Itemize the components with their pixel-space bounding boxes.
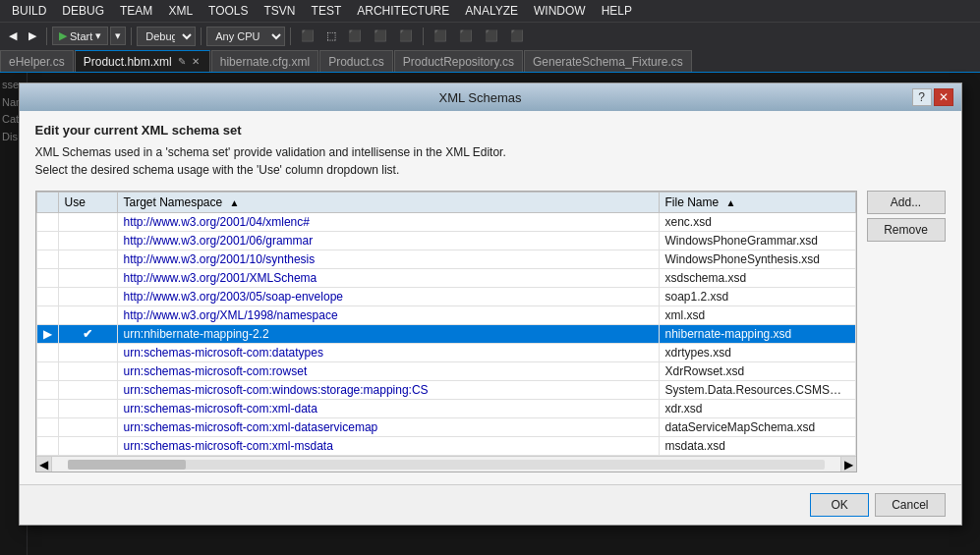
row-use-cell[interactable] [58, 232, 117, 250]
row-use-cell[interactable]: ✔ [58, 325, 117, 344]
table-row[interactable]: urn:schemas-microsoft-com:rowsetXdrRowse… [36, 362, 855, 381]
dialog-overlay: XML Schemas ? ✕ Edit your current XML sc… [0, 73, 980, 555]
row-use-cell[interactable] [58, 418, 117, 437]
menu-debug[interactable]: DEBUG [54, 2, 112, 20]
row-use-cell[interactable] [58, 213, 117, 232]
sort-arrow-filename: ▲ [726, 197, 736, 208]
hscroll-track[interactable] [68, 460, 825, 470]
start-button[interactable]: ▶ Start ▾ [52, 27, 108, 45]
table-row[interactable]: urn:schemas-microsoft-com:datatypesxdrty… [36, 344, 855, 362]
dialog-titlebar: XML Schemas ? ✕ [20, 83, 961, 111]
toolbar-btn-7[interactable]: ⬛ [454, 27, 478, 45]
menu-window[interactable]: WINDOW [526, 2, 594, 20]
hscroll-left-btn[interactable]: ◀ [36, 457, 52, 472]
table-row[interactable]: ▶✔urn:nhibernate-mapping-2.2nhibernate-m… [36, 325, 855, 344]
row-use-cell[interactable] [58, 269, 117, 288]
row-filename-cell: dataServiceMapSchema.xsd [659, 418, 855, 437]
table-row[interactable]: urn:schemas-microsoft-com:windows:storag… [36, 381, 855, 400]
toolbar-btn-4[interactable]: ⬛ [369, 27, 392, 45]
row-namespace-cell: http://www.w3.org/2001/10/synthesis [117, 250, 659, 269]
row-use-cell[interactable] [58, 306, 117, 325]
menu-build[interactable]: BUILD [4, 2, 54, 20]
tab-product-cs[interactable]: Product.cs [319, 50, 393, 72]
back-button[interactable]: ◀ [4, 27, 22, 45]
tab-generateschema[interactable]: GenerateSchema_Fixture.cs [524, 50, 692, 72]
menu-help[interactable]: HELP [594, 2, 640, 20]
row-namespace-cell: http://www.w3.org/2001/06/grammar [117, 232, 659, 250]
table-row[interactable]: urn:schemas-microsoft-com:xml-msdatamsda… [36, 437, 855, 456]
tab-ehelper[interactable]: eHelper.cs [0, 50, 74, 72]
tab-label: hibernate.cfg.xml [220, 55, 310, 69]
main-area: sse Nam Cat Dis XML Schemas ? ✕ Edit you… [0, 73, 980, 555]
menu-analyze[interactable]: ANALYZE [457, 2, 526, 20]
table-scroll[interactable]: Use Target Namespace ▲ File Name ▲ [36, 192, 856, 456]
ok-button[interactable]: OK [810, 493, 869, 517]
table-row[interactable]: http://www.w3.org/2001/06/grammarWindows… [36, 232, 855, 250]
table-row[interactable]: http://www.w3.org/2001/10/synthesisWindo… [36, 250, 855, 269]
row-namespace-cell: urn:schemas-microsoft-com:xml-dataservic… [117, 418, 659, 437]
row-use-cell[interactable] [58, 250, 117, 269]
row-arrow-cell [36, 269, 58, 288]
row-use-cell[interactable] [58, 344, 117, 362]
horizontal-scrollbar[interactable]: ◀ ▶ [36, 456, 856, 472]
toolbar-btn-3[interactable]: ⬛ [343, 27, 367, 45]
cpu-dropdown[interactable]: Any CPU x86 x64 [206, 27, 285, 46]
row-use-cell[interactable] [58, 400, 117, 418]
config-dropdown[interactable]: Debug Release [137, 27, 196, 46]
remove-button[interactable]: Remove [867, 218, 946, 242]
toolbar-btn-8[interactable]: ⬛ [480, 27, 503, 45]
row-use-cell[interactable] [58, 362, 117, 381]
menu-team[interactable]: TEAM [112, 2, 160, 20]
table-row[interactable]: http://www.w3.org/XML/1998/namespacexml.… [36, 306, 855, 325]
table-row[interactable]: urn:schemas-microsoft-com:xml-dataservic… [36, 418, 855, 437]
toolbar-btn-1[interactable]: ⬛ [296, 27, 319, 45]
row-namespace-cell: urn:schemas-microsoft-com:rowset [117, 362, 659, 381]
toolbar-btn-9[interactable]: ⬛ [505, 27, 529, 45]
dialog-help-button[interactable]: ? [912, 88, 932, 106]
col-header-namespace[interactable]: Target Namespace ▲ [117, 193, 659, 213]
tab-close-btn[interactable]: ✕ [190, 56, 202, 67]
hscroll-right-btn[interactable]: ▶ [840, 457, 856, 472]
menu-xml[interactable]: XML [160, 2, 201, 20]
row-arrow-cell [36, 288, 58, 306]
row-use-cell[interactable] [58, 381, 117, 400]
dialog-close-button[interactable]: ✕ [934, 88, 953, 106]
forward-button[interactable]: ▶ [24, 27, 41, 45]
tab-hibernate-cfg[interactable]: hibernate.cfg.xml [211, 50, 318, 72]
row-arrow-cell [36, 232, 58, 250]
row-filename-cell: xsdschema.xsd [659, 269, 855, 288]
dialog-controls: ? ✕ [912, 88, 953, 106]
cancel-button[interactable]: Cancel [875, 493, 945, 517]
table-row[interactable]: http://www.w3.org/2003/05/soap-envelopes… [36, 288, 855, 306]
toolbar-btn-6[interactable]: ⬛ [429, 27, 452, 45]
menu-architecture[interactable]: ARCHITECTURE [349, 2, 457, 20]
row-use-cell[interactable] [58, 288, 117, 306]
menubar: BUILD DEBUG TEAM XML TOOLS TSVN TEST ARC… [0, 0, 980, 22]
row-namespace-cell: urn:schemas-microsoft-com:xml-msdata [117, 437, 659, 456]
menu-tsvn[interactable]: TSVN [257, 2, 304, 20]
row-filename-cell: WindowsPhoneGrammar.xsd [659, 232, 855, 250]
row-filename-cell: msdata.xsd [659, 437, 855, 456]
table-row[interactable]: urn:schemas-microsoft-com:xml-dataxdr.xs… [36, 400, 855, 418]
tab-bar: eHelper.cs Product.hbm.xml ✎ ✕ hibernate… [0, 49, 980, 73]
row-arrow-cell [36, 344, 58, 362]
row-arrow-cell [36, 250, 58, 269]
start-dropdown-button[interactable]: ▾ [110, 27, 126, 45]
add-button[interactable]: Add... [867, 191, 946, 214]
toolbar-btn-2[interactable]: ⬚ [321, 27, 341, 45]
toolbar-btn-5[interactable]: ⬛ [394, 27, 418, 45]
row-arrow-cell: ▶ [36, 325, 58, 344]
table-row[interactable]: http://www.w3.org/2001/XMLSchemaxsdschem… [36, 269, 855, 288]
row-filename-cell: WindowsPhoneSynthesis.xsd [659, 250, 855, 269]
hscroll-thumb[interactable] [68, 460, 186, 470]
tab-product-hbm[interactable]: Product.hbm.xml ✎ ✕ [75, 50, 210, 72]
row-filename-cell: xdrtypes.xsd [659, 344, 855, 362]
row-namespace-cell: urn:schemas-microsoft-com:datatypes [117, 344, 659, 362]
menu-tools[interactable]: TOOLS [201, 2, 256, 20]
row-arrow-cell [36, 362, 58, 381]
row-use-cell[interactable] [58, 437, 117, 456]
tab-productrepository[interactable]: ProductRepository.cs [394, 50, 523, 72]
table-row[interactable]: http://www.w3.org/2001/04/xmlenc#xenc.xs… [36, 213, 855, 232]
col-header-filename[interactable]: File Name ▲ [659, 193, 855, 213]
menu-test[interactable]: TEST [304, 2, 350, 20]
